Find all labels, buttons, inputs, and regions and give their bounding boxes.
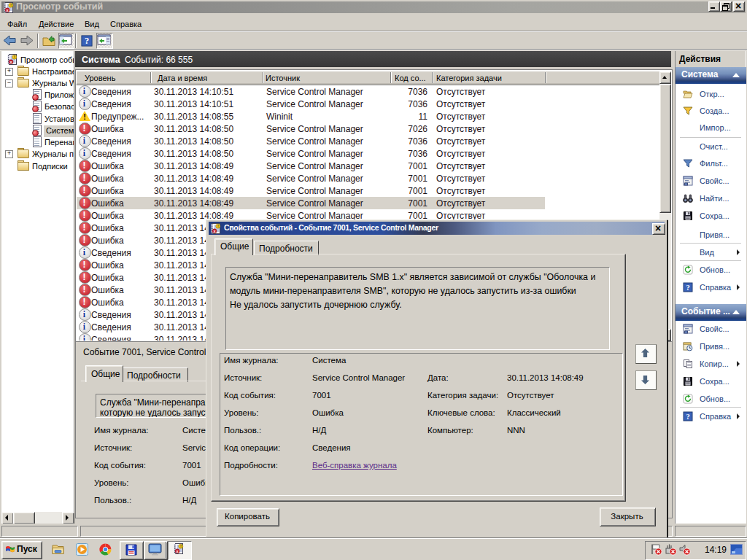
- svg-text:!: !: [14, 55, 15, 59]
- svg-text:?: ?: [85, 36, 89, 46]
- svg-text:?: ?: [686, 413, 689, 421]
- svg-text:!: !: [180, 544, 182, 548]
- svg-text:!: !: [217, 224, 219, 228]
- svg-text:?: ?: [686, 284, 689, 292]
- svg-text:!: !: [10, 3, 12, 7]
